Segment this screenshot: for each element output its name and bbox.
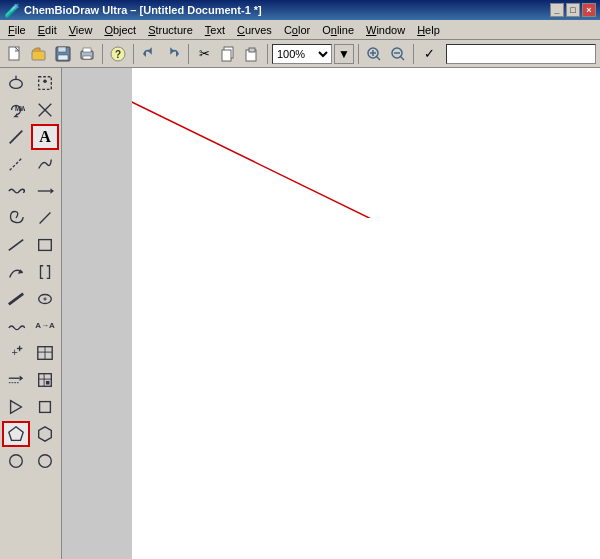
- svg-line-37: [9, 294, 23, 305]
- red-line-1: [132, 68, 432, 218]
- svg-line-28: [10, 131, 23, 144]
- svg-line-34: [9, 240, 23, 251]
- svg-rect-4: [58, 55, 68, 60]
- bold-line-tool[interactable]: [2, 286, 30, 312]
- menu-curves[interactable]: Curves: [231, 22, 278, 38]
- help-button[interactable]: ?: [107, 43, 129, 65]
- bracket-tool[interactable]: [31, 259, 59, 285]
- tool-row-13: [2, 394, 59, 420]
- text-tool[interactable]: A: [31, 124, 59, 150]
- paste-button[interactable]: [241, 43, 263, 65]
- tool-row-14: [2, 421, 59, 447]
- app-title: ChemBioDraw Ultra – [Untitled Document-1…: [24, 4, 262, 16]
- hexagon-tool[interactable]: [31, 421, 59, 447]
- new-button[interactable]: [4, 43, 26, 65]
- oval-tool[interactable]: [31, 286, 59, 312]
- tool-row-3: A: [2, 124, 59, 150]
- svg-rect-7: [83, 56, 91, 59]
- tool-row-7: [2, 232, 59, 258]
- svg-rect-53: [46, 381, 50, 385]
- print-button[interactable]: [76, 43, 98, 65]
- title-bar: 🧪 ChemBioDraw Ultra – [Untitled Document…: [0, 0, 600, 20]
- menu-help[interactable]: Help: [411, 22, 446, 38]
- menu-window[interactable]: Window: [360, 22, 411, 38]
- template-tool[interactable]: [31, 367, 59, 393]
- wavy2-tool[interactable]: [2, 313, 30, 339]
- toolbar: ? ✂ 100% 50% 75% 150% 200% ▼ ✓: [0, 40, 600, 68]
- chemistry-canvas[interactable]: N N: [132, 68, 432, 218]
- copy-button[interactable]: [217, 43, 239, 65]
- zoom-dropdown-button[interactable]: ▼: [334, 44, 354, 64]
- svg-marker-24: [13, 115, 18, 118]
- menu-view[interactable]: View: [63, 22, 99, 38]
- curved-arrow-tool[interactable]: [2, 259, 30, 285]
- bond-tool[interactable]: [2, 124, 30, 150]
- tool-row-6: [2, 205, 59, 231]
- svg-rect-13: [249, 48, 255, 52]
- svg-point-58: [10, 455, 23, 468]
- separator-2: [133, 44, 134, 64]
- cut-button[interactable]: ✂: [193, 43, 215, 65]
- open-button[interactable]: [28, 43, 50, 65]
- square-tool[interactable]: [31, 394, 59, 420]
- undo-button[interactable]: [138, 43, 160, 65]
- play-tool[interactable]: [2, 394, 30, 420]
- eraser-tool[interactable]: [31, 97, 59, 123]
- save-button[interactable]: [52, 43, 74, 65]
- svg-marker-57: [39, 427, 52, 441]
- circle-tool[interactable]: [2, 448, 30, 474]
- svg-line-19: [400, 56, 404, 60]
- spiral-tool[interactable]: [2, 205, 30, 231]
- svg-rect-55: [40, 402, 51, 413]
- circle2-tool[interactable]: [31, 448, 59, 474]
- s-curve-tool[interactable]: [31, 205, 59, 231]
- svg-text:?: ?: [115, 49, 121, 60]
- menu-file[interactable]: File: [2, 22, 32, 38]
- charge-tool[interactable]: +: [2, 340, 30, 366]
- rect-tool[interactable]: [31, 232, 59, 258]
- menu-color[interactable]: Color: [278, 22, 316, 38]
- svg-point-59: [39, 455, 52, 468]
- minimize-button[interactable]: _: [550, 3, 564, 17]
- title-bar-controls: _ □ ×: [550, 3, 596, 17]
- zoom-select[interactable]: 100% 50% 75% 150% 200%: [272, 44, 332, 64]
- marquee-tool[interactable]: [31, 70, 59, 96]
- pentagon-tool[interactable]: [2, 421, 30, 447]
- arrow-tool[interactable]: [31, 178, 59, 204]
- menu-edit[interactable]: Edit: [32, 22, 63, 38]
- tool-row-15: [2, 448, 59, 474]
- main-area: MW A: [0, 68, 600, 559]
- separator-3: [188, 44, 189, 64]
- freehand-tool[interactable]: [31, 151, 59, 177]
- rotate-tool[interactable]: MW: [2, 97, 30, 123]
- canvas-area[interactable]: N N: [62, 68, 600, 559]
- atom-map-tool[interactable]: A→A: [31, 313, 59, 339]
- separator-5: [358, 44, 359, 64]
- menu-bar: File Edit View Object Structure Text Cur…: [0, 20, 600, 40]
- formula-input[interactable]: [446, 44, 596, 64]
- line-tool[interactable]: [2, 232, 30, 258]
- menu-structure[interactable]: Structure: [142, 22, 199, 38]
- menu-online[interactable]: Online: [316, 22, 360, 38]
- redo-button[interactable]: [162, 43, 184, 65]
- lasso-tool[interactable]: [2, 70, 30, 96]
- separator-4: [267, 44, 268, 64]
- svg-rect-35: [39, 240, 52, 251]
- menu-text[interactable]: Text: [199, 22, 231, 38]
- dashed-bond-tool[interactable]: [2, 151, 30, 177]
- maximize-button[interactable]: □: [566, 3, 580, 17]
- svg-rect-11: [222, 50, 231, 61]
- menu-object[interactable]: Object: [98, 22, 142, 38]
- close-button[interactable]: ×: [582, 3, 596, 17]
- svg-line-31: [23, 191, 25, 193]
- table-tool[interactable]: [31, 340, 59, 366]
- reaction-tool[interactable]: [2, 367, 30, 393]
- tool-row-4: [2, 151, 59, 177]
- zoom-out-button[interactable]: [387, 43, 409, 65]
- svg-line-29: [10, 158, 23, 171]
- drawing-surface[interactable]: N N: [132, 68, 600, 559]
- wavy-bond-tool[interactable]: [2, 178, 30, 204]
- check-button[interactable]: ✓: [418, 43, 440, 65]
- svg-line-30: [23, 189, 25, 191]
- zoom-in-button[interactable]: [363, 43, 385, 65]
